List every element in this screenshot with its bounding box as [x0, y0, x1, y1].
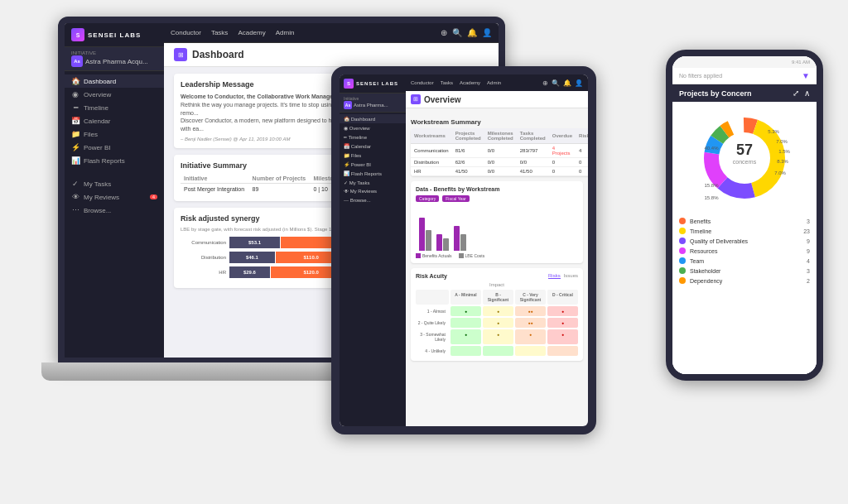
legend-dot-dependency [679, 277, 686, 284]
bar-segment-comm-2 [426, 230, 431, 251]
tablet-nav-conductor[interactable]: Conductor [411, 80, 434, 85]
legend-count-benefits: 3 [807, 218, 810, 224]
sidebar-nav: 🏠 Dashboard ◉ Overview ━ Timeline 📅 Cale… [65, 71, 164, 358]
reviews-badge: 4 [150, 194, 157, 199]
collapse-icon[interactable]: ∧ [804, 89, 810, 98]
chart-legend: Benefits Actuals LBE Costs [416, 253, 578, 258]
workstream-table: Workstreams Projects Completed Milestone… [411, 128, 588, 176]
impact-label: Impact [416, 282, 578, 287]
sidebar-item-dashboard[interactable]: 🏠 Dashboard [65, 74, 164, 88]
issues-tab[interactable]: Issues [564, 273, 578, 279]
user-icon[interactable]: 👤 [482, 28, 492, 37]
svg-text:8.3%: 8.3% [777, 159, 788, 164]
ws-ov: 0 [549, 167, 576, 176]
legend-dot-quality [679, 238, 686, 244]
filter-expand-icon[interactable]: ▼ [802, 71, 810, 80]
ws-col-pc: Projects Completed [452, 128, 484, 144]
dashboard-icon: ⊞ [174, 48, 187, 61]
risk-tabs: Risks Issues [548, 273, 578, 279]
risk-acuity-title: Risk Acuity [416, 273, 447, 279]
bar-segment-dist-2 [443, 238, 449, 251]
tablet-nav-timeline[interactable]: ━ Timeline [340, 132, 406, 142]
sidebar-item-overview[interactable]: ◉ Overview [65, 88, 164, 101]
tablet-nav-flash[interactable]: 📊 Flash Reports [340, 169, 406, 178]
legend-item-benefits: Benefits 3 [679, 218, 810, 224]
nav-admin[interactable]: Admin [276, 29, 295, 36]
nav-academy[interactable]: Academy [238, 29, 265, 36]
acuity-cell-2c: ●● [515, 318, 546, 328]
bar-segment: $46.1 [229, 252, 275, 263]
tablet-nav-tasksmenu[interactable]: Tasks [441, 80, 453, 85]
acuity-cell-4b [483, 346, 513, 356]
sidebar-item-calendar[interactable]: 📅 Calendar [65, 114, 164, 127]
sidebar-item-files[interactable]: 📁 Files [65, 127, 164, 141]
tablet-add-icon[interactable]: ⊕ [542, 79, 548, 87]
nav-conductor[interactable]: Conductor [171, 29, 201, 36]
chart-filter-row: Category Fiscal Year [416, 195, 578, 202]
dashboard-icon: 🏠 [71, 77, 80, 85]
tablet-nav-dashboard[interactable]: 🏠 Dashboard [340, 114, 406, 123]
sidebar-item-flash-reports[interactable]: 📊 Flash Reports [65, 154, 164, 167]
data-chart-title: Data - Benefits by Workstream [416, 186, 578, 192]
legend-count-timeline: 23 [803, 228, 810, 234]
acuity-cell-1c: ●● [515, 306, 546, 316]
tablet-nav-powerbi[interactable]: ⚡ Power BI [340, 160, 406, 169]
ws-name: Communication [411, 144, 452, 158]
tablet-nav-files[interactable]: 📁 Files [340, 151, 406, 160]
tablet-nav-overview[interactable]: ◉ Overview [340, 123, 406, 132]
acuity-row-1-label: 1 - Almost [416, 306, 449, 316]
legend-name-stakeholder: Stakeholder [690, 268, 802, 274]
bell-icon[interactable]: 🔔 [467, 28, 477, 37]
add-icon[interactable]: ⊕ [441, 28, 447, 37]
ws-pc: 41/50 [452, 167, 484, 176]
sidebar-item-my-reviews[interactable]: 👁 My Reviews 4 [65, 190, 164, 204]
tablet-nav-reviews[interactable]: 👁 My Reviews [340, 187, 406, 195]
acuity-cell-1b: ● [483, 306, 513, 316]
sidebar-item-timeline[interactable]: ━ Timeline [65, 101, 164, 114]
sidebar-item-browse[interactable]: ⋯ Browse... [65, 204, 164, 217]
acuity-col-b: B - Significant [483, 290, 513, 305]
search-icon[interactable]: 🔍 [452, 28, 462, 37]
acuity-cell-2b: ● [483, 318, 513, 328]
tablet-logo-text: SENSEI LABS [356, 81, 398, 86]
tablet-search-icon[interactable]: 🔍 [552, 79, 560, 87]
svg-point-7 [720, 133, 769, 183]
tablet-nav-tasks[interactable]: ✓ My Tasks [340, 178, 406, 187]
acuity-col-d: D - Critical [547, 290, 578, 305]
sidebar-logo: S SENSEI LABS [65, 23, 164, 47]
tablet-nav-admin[interactable]: Admin [487, 80, 501, 85]
tablet-nav-browse[interactable]: ⋯ Browse... [340, 195, 406, 204]
nav-tasks[interactable]: Tasks [211, 29, 228, 36]
acuity-grid: A - Minimal B - Significant C - Very Sig… [416, 290, 578, 356]
top-nav-icons: ⊕ 🔍 🔔 👤 [441, 28, 492, 37]
legend-item-team: Team 4 [679, 257, 810, 264]
tablet-nav-academy[interactable]: Academy [460, 80, 480, 85]
tablet-page-title: Overview [424, 95, 460, 104]
table-row: Communication 81/6 0/0 283/797 4 Project… [411, 144, 588, 158]
category-filter[interactable]: Category [416, 195, 439, 202]
bar-group-communication [419, 218, 431, 251]
risk-tab[interactable]: Risks [548, 273, 561, 279]
acuity-cell-2a [450, 318, 481, 328]
col-projects: Number of Projects [249, 174, 311, 184]
tablet-bell-icon[interactable]: 🔔 [563, 79, 571, 87]
ws-ov: 0 [549, 158, 576, 167]
tablet: S SENSEI LABS Initiative As Astra Pharma… [331, 66, 613, 447]
acuity-col-c: C - Very Significant [515, 290, 546, 305]
legend-section: Benefits 3 Timeline 23 Quality of Delive… [672, 214, 817, 290]
acuity-cell-3d: ● [547, 329, 578, 344]
sidebar: S SENSEI LABS Initiative As Astra Pharma… [65, 23, 164, 358]
legend-count-resources: 9 [807, 248, 810, 254]
sidebar-item-power-bi[interactable]: ⚡ Power BI [65, 141, 164, 154]
legend-name-resources: Resources [690, 248, 802, 254]
svg-text:40.4%: 40.4% [704, 146, 719, 151]
legend-item-resources: Resources 9 [679, 247, 810, 254]
tablet-user-icon[interactable]: 👤 [575, 79, 583, 87]
fiscal-year-filter[interactable]: Fiscal Year [442, 195, 469, 202]
tablet-nav-calendar[interactable]: 📅 Calendar [340, 142, 406, 151]
expand-icon[interactable]: ⤢ [793, 89, 799, 98]
bar-group-regulatory [454, 226, 466, 251]
sidebar-item-my-tasks[interactable]: ✓ My Tasks [65, 177, 164, 190]
acuity-cell-1a: ● [450, 306, 481, 316]
files-icon: 📁 [71, 130, 80, 138]
